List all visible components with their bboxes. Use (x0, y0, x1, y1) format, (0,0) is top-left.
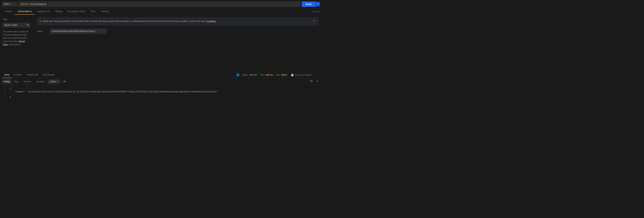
format-tabs: Pretty Raw Preview Visualize JSON ▼ ⇌ (0, 78, 322, 85)
token-label: Token (37, 30, 47, 32)
response-tab-body[interactable]: Body (2, 72, 12, 78)
format-chevron-icon: ▼ (57, 81, 58, 83)
tab-settings[interactable]: Settings (98, 8, 111, 14)
tab-headers[interactable]: Headers (10) (35, 8, 53, 14)
size-label: Size: 396 B (276, 74, 287, 76)
response-tabs: Body Cookies Headers (8) Test Results 🌐 … (0, 72, 322, 78)
svg-point-1 (316, 80, 318, 82)
auth-description: The authorization header will be automat… (3, 30, 31, 46)
format-type-select[interactable]: JSON ▼ (48, 80, 60, 84)
globe-icon: 🌐 (236, 73, 240, 77)
line-number-1: 1 (0, 87, 8, 90)
tab-params[interactable]: Params (2, 8, 15, 14)
method-label: POST (4, 3, 10, 5)
svg-line-2 (318, 82, 318, 82)
tab-prerequest[interactable]: Pre-request Script (65, 8, 88, 14)
json-value-token: "eyJhbGciOiJIUzI1NiIsInR5cCI6IkpXVCJ9.ey… (27, 91, 218, 93)
alert-message: Heads up! These parameters hold sensitiv… (42, 19, 310, 23)
time-value: 109 ms (266, 74, 273, 76)
format-tab-preview[interactable]: Preview (22, 80, 33, 84)
auth-left-panel: Type Bearer Token ▼ The authorization he… (0, 15, 34, 72)
collapse-button[interactable]: − (314, 91, 321, 95)
token-row: Token (37, 29, 319, 34)
line-content-1: { (8, 87, 322, 90)
svg-rect-0 (311, 81, 312, 82)
cookies-link[interactable]: Cookies (312, 10, 320, 13)
code-line-2: 2 "token": "eyJhbGciOiJIUzI1NiIsInR5cCI6… (0, 90, 322, 95)
line-number-2: 2 (0, 91, 8, 93)
more-options-button[interactable]: ··· (315, 73, 319, 77)
wrap-toggle-button[interactable]: ⇌ (62, 79, 67, 84)
send-dropdown-button[interactable]: ▼ (316, 2, 320, 6)
code-line-3: 3 } (0, 95, 322, 98)
request-tabs: Params Authorization Headers (10) Body P… (0, 8, 322, 15)
method-select[interactable]: POST ▼ (2, 2, 17, 6)
format-tab-raw[interactable]: Raw (12, 80, 21, 84)
sensitive-data-alert: ℹ Heads up! These parameters hold sensit… (37, 17, 319, 25)
auth-type-chevron-icon: ▼ (27, 24, 29, 26)
url-input[interactable]: {{BASE_URI}}/auth/signup (18, 1, 300, 7)
auth-right-panel: ℹ Heads up! These parameters hold sensit… (34, 15, 322, 72)
info-icon: ℹ (40, 20, 41, 23)
code-line-1: 1 { (0, 87, 322, 90)
status-label: Status: 200 OK (242, 74, 257, 76)
url-path: /auth/signup (34, 3, 46, 5)
json-key-token: "token" (15, 91, 24, 93)
tab-authorization[interactable]: Authorization (15, 8, 35, 14)
size-value: 396 B (281, 74, 287, 76)
response-code-block: 1 { 2 "token": "eyJhbGciOiJIUzI1NiIsInR5… (0, 85, 322, 100)
auth-type-label: Type (3, 18, 31, 21)
url-bar: POST ▼ {{BASE_URI}}/auth/signup Send ▼ (0, 0, 322, 8)
auth-panel: Type Bearer Token ▼ The authorization he… (0, 15, 322, 72)
status-code: 200 OK (250, 74, 257, 76)
auth-type-value: Bearer Token (4, 24, 18, 26)
search-button[interactable] (314, 79, 320, 84)
auth-type-select[interactable]: Bearer Token ▼ (3, 23, 31, 27)
authorization-dot (31, 11, 32, 12)
body-dot (61, 11, 62, 12)
line-number-3: 3 (0, 96, 8, 98)
variables-link[interactable]: variables (207, 20, 216, 22)
response-section: Body Cookies Headers (8) Test Results 🌐 … (0, 72, 322, 100)
send-button-group: Send ▼ (302, 1, 320, 7)
copy-button[interactable] (308, 79, 314, 84)
save-example-button[interactable]: 💾 Save as example (290, 73, 312, 77)
url-base-uri: {{BASE_URI}} (21, 3, 34, 5)
tab-tests[interactable]: Tests (88, 8, 98, 14)
response-tab-headers[interactable]: Headers (8) (24, 72, 40, 78)
response-status-bar: 🌐 Status: 200 OK Time: 109 ms Size: 396 … (236, 73, 320, 77)
format-tab-visualize[interactable]: Visualize (34, 80, 46, 84)
format-type-value: JSON (50, 80, 56, 83)
line-content-3: } (8, 96, 322, 98)
tab-body[interactable]: Body (53, 8, 65, 14)
line-content-2: "token": "eyJhbGciOiJIUzI1NiIsInR5cCI6Ik… (8, 91, 314, 93)
send-button[interactable]: Send (302, 1, 316, 7)
save-icon: 💾 (291, 74, 294, 76)
format-tab-pretty[interactable]: Pretty (2, 80, 12, 84)
response-tab-test-results[interactable]: Test Results (40, 72, 57, 78)
token-input[interactable] (50, 29, 107, 34)
time-label: Time: 109 ms (260, 74, 273, 76)
method-chevron-icon: ▼ (11, 3, 12, 5)
alert-close-button[interactable]: ✕ (312, 19, 316, 22)
response-tab-cookies[interactable]: Cookies (12, 72, 24, 78)
